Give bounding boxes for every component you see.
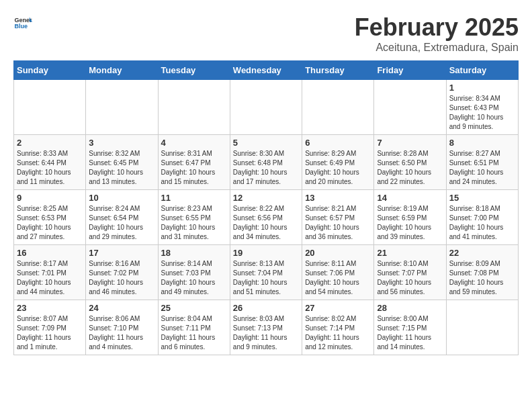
calendar-cell: 21Sunrise: 8:10 AM Sunset: 7:07 PM Dayli… (374, 245, 446, 300)
calendar-cell: 15Sunrise: 8:18 AM Sunset: 7:00 PM Dayli… (446, 190, 518, 245)
day-number: 23 (17, 303, 83, 313)
day-number: 17 (89, 248, 154, 258)
day-number: 10 (89, 193, 154, 203)
day-number: 27 (305, 303, 371, 313)
day-number: 18 (161, 248, 227, 258)
calendar-week-3: 16Sunrise: 8:17 AM Sunset: 7:01 PM Dayli… (14, 245, 519, 300)
calendar-cell: 1Sunrise: 8:34 AM Sunset: 6:43 PM Daylig… (446, 80, 518, 135)
day-number: 1 (449, 83, 515, 93)
calendar-table: Sunday Monday Tuesday Wednesday Thursday… (13, 60, 519, 355)
logo-icon: General Blue (13, 13, 32, 32)
calendar-cell (86, 80, 158, 135)
day-info: Sunrise: 8:28 AM Sunset: 6:50 PM Dayligh… (377, 149, 443, 187)
day-number: 8 (449, 138, 515, 148)
header-monday: Monday (86, 61, 158, 80)
day-info: Sunrise: 8:23 AM Sunset: 6:55 PM Dayligh… (161, 204, 227, 242)
calendar-cell (302, 80, 374, 135)
calendar-cell: 14Sunrise: 8:19 AM Sunset: 6:59 PM Dayli… (374, 190, 446, 245)
day-number: 24 (89, 303, 154, 313)
header-tuesday: Tuesday (158, 61, 230, 80)
day-info: Sunrise: 8:16 AM Sunset: 7:02 PM Dayligh… (89, 259, 154, 297)
calendar-cell: 20Sunrise: 8:11 AM Sunset: 7:06 PM Dayli… (302, 245, 374, 300)
day-info: Sunrise: 8:29 AM Sunset: 6:49 PM Dayligh… (305, 149, 371, 187)
title-section: February 2025 Aceituna, Extremadura, Spa… (355, 13, 519, 54)
calendar-week-2: 9Sunrise: 8:25 AM Sunset: 6:53 PM Daylig… (14, 190, 519, 245)
calendar-cell: 23Sunrise: 8:07 AM Sunset: 7:09 PM Dayli… (14, 300, 86, 355)
calendar-week-4: 23Sunrise: 8:07 AM Sunset: 7:09 PM Dayli… (14, 300, 519, 355)
calendar-cell: 28Sunrise: 8:00 AM Sunset: 7:15 PM Dayli… (374, 300, 446, 355)
calendar-subtitle: Aceituna, Extremadura, Spain (355, 42, 519, 54)
day-number: 7 (377, 138, 443, 148)
day-info: Sunrise: 8:03 AM Sunset: 7:13 PM Dayligh… (233, 314, 299, 352)
day-info: Sunrise: 8:27 AM Sunset: 6:51 PM Dayligh… (449, 149, 515, 187)
calendar-week-1: 2Sunrise: 8:33 AM Sunset: 6:44 PM Daylig… (14, 135, 519, 190)
day-info: Sunrise: 8:30 AM Sunset: 6:48 PM Dayligh… (233, 149, 299, 187)
day-number: 22 (449, 248, 515, 258)
header-friday: Friday (374, 61, 446, 80)
day-info: Sunrise: 8:18 AM Sunset: 7:00 PM Dayligh… (449, 204, 515, 242)
day-info: Sunrise: 8:06 AM Sunset: 7:10 PM Dayligh… (89, 314, 154, 352)
day-info: Sunrise: 8:14 AM Sunset: 7:03 PM Dayligh… (161, 259, 227, 297)
calendar-cell: 4Sunrise: 8:31 AM Sunset: 6:47 PM Daylig… (158, 135, 230, 190)
day-number: 5 (233, 138, 299, 148)
day-number: 11 (161, 193, 227, 203)
day-number: 12 (233, 193, 299, 203)
calendar-week-0: 1Sunrise: 8:34 AM Sunset: 6:43 PM Daylig… (14, 80, 519, 135)
header-wednesday: Wednesday (230, 61, 302, 80)
weekday-header-row: Sunday Monday Tuesday Wednesday Thursday… (14, 61, 519, 80)
calendar-cell: 18Sunrise: 8:14 AM Sunset: 7:03 PM Dayli… (158, 245, 230, 300)
day-number: 4 (161, 138, 227, 148)
day-info: Sunrise: 8:02 AM Sunset: 7:14 PM Dayligh… (305, 314, 371, 352)
calendar-cell: 7Sunrise: 8:28 AM Sunset: 6:50 PM Daylig… (374, 135, 446, 190)
svg-text:Blue: Blue (14, 23, 28, 30)
day-number: 16 (17, 248, 83, 258)
calendar-cell: 3Sunrise: 8:32 AM Sunset: 6:45 PM Daylig… (86, 135, 158, 190)
day-number: 19 (233, 248, 299, 258)
day-info: Sunrise: 8:25 AM Sunset: 6:53 PM Dayligh… (17, 204, 83, 242)
day-number: 26 (233, 303, 299, 313)
day-info: Sunrise: 8:09 AM Sunset: 7:08 PM Dayligh… (449, 259, 515, 297)
calendar-cell: 8Sunrise: 8:27 AM Sunset: 6:51 PM Daylig… (446, 135, 518, 190)
header-sunday: Sunday (14, 61, 86, 80)
day-number: 25 (161, 303, 227, 313)
calendar-cell: 2Sunrise: 8:33 AM Sunset: 6:44 PM Daylig… (14, 135, 86, 190)
day-info: Sunrise: 8:04 AM Sunset: 7:11 PM Dayligh… (161, 314, 227, 352)
day-info: Sunrise: 8:34 AM Sunset: 6:43 PM Dayligh… (449, 94, 515, 132)
calendar-cell: 19Sunrise: 8:13 AM Sunset: 7:04 PM Dayli… (230, 245, 302, 300)
calendar-cell: 12Sunrise: 8:22 AM Sunset: 6:56 PM Dayli… (230, 190, 302, 245)
day-info: Sunrise: 8:07 AM Sunset: 7:09 PM Dayligh… (17, 314, 83, 352)
day-number: 15 (449, 193, 515, 203)
day-number: 9 (17, 193, 83, 203)
calendar-title: February 2025 (355, 13, 519, 42)
calendar-cell: 10Sunrise: 8:24 AM Sunset: 6:54 PM Dayli… (86, 190, 158, 245)
day-info: Sunrise: 8:33 AM Sunset: 6:44 PM Dayligh… (17, 149, 83, 187)
day-info: Sunrise: 8:10 AM Sunset: 7:07 PM Dayligh… (377, 259, 443, 297)
day-info: Sunrise: 8:00 AM Sunset: 7:15 PM Dayligh… (377, 314, 443, 352)
day-number: 3 (89, 138, 154, 148)
calendar-cell (446, 300, 518, 355)
calendar-cell: 27Sunrise: 8:02 AM Sunset: 7:14 PM Dayli… (302, 300, 374, 355)
day-number: 21 (377, 248, 443, 258)
day-number: 20 (305, 248, 371, 258)
day-number: 14 (377, 193, 443, 203)
day-info: Sunrise: 8:31 AM Sunset: 6:47 PM Dayligh… (161, 149, 227, 187)
day-info: Sunrise: 8:21 AM Sunset: 6:57 PM Dayligh… (305, 204, 371, 242)
header-saturday: Saturday (446, 61, 518, 80)
calendar-cell (230, 80, 302, 135)
calendar-cell: 22Sunrise: 8:09 AM Sunset: 7:08 PM Dayli… (446, 245, 518, 300)
day-info: Sunrise: 8:19 AM Sunset: 6:59 PM Dayligh… (377, 204, 443, 242)
day-info: Sunrise: 8:32 AM Sunset: 6:45 PM Dayligh… (89, 149, 154, 187)
calendar-cell: 25Sunrise: 8:04 AM Sunset: 7:11 PM Dayli… (158, 300, 230, 355)
calendar-cell: 11Sunrise: 8:23 AM Sunset: 6:55 PM Dayli… (158, 190, 230, 245)
day-info: Sunrise: 8:22 AM Sunset: 6:56 PM Dayligh… (233, 204, 299, 242)
calendar-cell: 16Sunrise: 8:17 AM Sunset: 7:01 PM Dayli… (14, 245, 86, 300)
calendar-cell (374, 80, 446, 135)
day-number: 2 (17, 138, 83, 148)
day-info: Sunrise: 8:13 AM Sunset: 7:04 PM Dayligh… (233, 259, 299, 297)
day-info: Sunrise: 8:11 AM Sunset: 7:06 PM Dayligh… (305, 259, 371, 297)
logo: General Blue (13, 13, 32, 32)
calendar-cell: 24Sunrise: 8:06 AM Sunset: 7:10 PM Dayli… (86, 300, 158, 355)
calendar-cell: 17Sunrise: 8:16 AM Sunset: 7:02 PM Dayli… (86, 245, 158, 300)
calendar-cell: 5Sunrise: 8:30 AM Sunset: 6:48 PM Daylig… (230, 135, 302, 190)
calendar-cell (14, 80, 86, 135)
